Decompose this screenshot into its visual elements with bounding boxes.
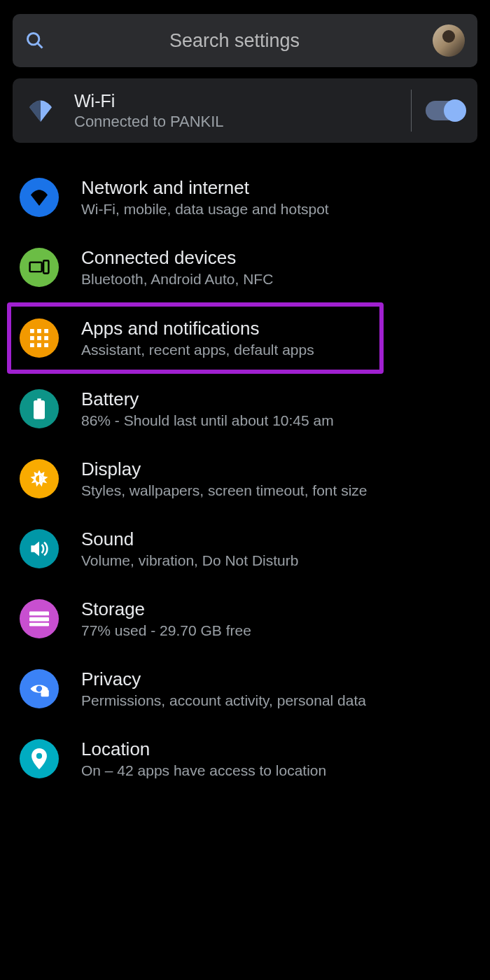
divider [411,90,412,132]
svg-rect-10 [30,343,34,347]
avatar[interactable] [433,24,465,57]
svg-rect-9 [44,336,48,340]
brightness-icon [20,459,59,498]
item-title: Apps and notifications [81,318,314,340]
item-title: Sound [81,528,298,550]
svg-rect-6 [44,329,48,333]
sound-icon [20,529,59,568]
svg-rect-4 [30,329,34,333]
settings-item-sound[interactable]: Sound Volume, vibration, Do Not Disturb [15,514,475,584]
settings-item-storage[interactable]: Storage 77% used - 29.70 GB free [15,584,475,654]
wifi-title: Wi-Fi [74,91,404,111]
privacy-icon [20,669,59,708]
settings-item-location[interactable]: Location On – 42 apps have access to loc… [15,724,475,794]
item-subtitle: 86% - Should last until about 10:45 am [81,412,334,429]
svg-rect-7 [30,336,34,340]
svg-rect-17 [29,617,49,622]
svg-point-22 [36,753,42,759]
item-subtitle: On – 42 apps have access to location [81,762,326,779]
settings-item-connected-devices[interactable]: Connected devices Bluetooth, Android Aut… [15,232,475,302]
wifi-quick-card[interactable]: Wi-Fi Connected to PANKIL [13,78,477,143]
search-bar[interactable]: Search settings [13,14,477,67]
item-title: Battery [81,388,334,410]
wifi-icon [20,178,59,217]
search-placeholder: Search settings [36,30,433,52]
svg-rect-11 [37,343,41,347]
svg-rect-2 [30,262,42,272]
item-title: Location [81,738,326,760]
svg-rect-5 [37,329,41,333]
item-title: Connected devices [81,247,273,269]
item-title: Display [81,458,368,480]
item-subtitle: Bluetooth, Android Auto, NFC [81,271,273,288]
location-icon [20,739,59,778]
svg-rect-3 [43,260,48,273]
settings-item-battery[interactable]: Battery 86% - Should last until about 10… [15,374,475,444]
item-title: Storage [81,598,251,620]
storage-icon [20,599,59,638]
settings-item-network[interactable]: Network and internet Wi-Fi, mobile, data… [15,162,475,232]
item-title: Network and internet [81,177,329,199]
svg-rect-8 [37,336,41,340]
svg-rect-14 [34,400,45,419]
wifi-subtitle: Connected to PANKIL [74,113,404,131]
item-title: Privacy [81,668,366,690]
wifi-toggle[interactable] [426,101,463,120]
apps-icon [20,318,59,358]
item-subtitle: Assistant, recent apps, default apps [81,342,314,358]
svg-rect-18 [29,623,49,626]
battery-icon [20,389,59,428]
svg-rect-12 [44,343,48,347]
settings-item-display[interactable]: Display Styles, wallpapers, screen timeo… [15,444,475,514]
item-subtitle: Styles, wallpapers, screen timeout, font… [81,482,368,499]
item-subtitle: Volume, vibration, Do Not Disturb [81,552,298,569]
wifi-icon [27,99,55,122]
settings-item-apps-notifications[interactable]: Apps and notifications Assistant, recent… [7,302,384,374]
devices-icon [20,248,59,287]
item-subtitle: Permissions, account activity, personal … [81,692,366,709]
settings-item-privacy[interactable]: Privacy Permissions, account activity, p… [15,654,475,724]
svg-rect-16 [29,612,49,616]
svg-rect-13 [37,398,41,400]
item-subtitle: 77% used - 29.70 GB free [81,622,251,639]
item-subtitle: Wi-Fi, mobile, data usage and hotspot [81,201,329,218]
